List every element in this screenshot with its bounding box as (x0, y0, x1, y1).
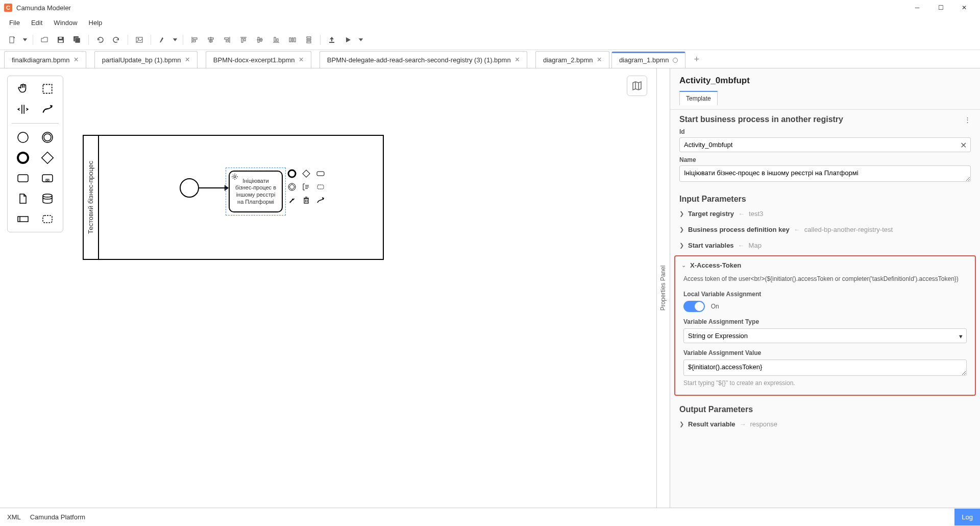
append-task-icon[interactable] (315, 169, 326, 179)
align-bottom-icon[interactable] (269, 33, 283, 47)
maximize-button[interactable]: ☐ (929, 0, 952, 15)
append-end-event-icon[interactable] (287, 169, 297, 179)
tab-1[interactable]: partialUpdate_bp (1).bpmn× (94, 51, 198, 68)
param-x-access-token[interactable]: ⌄ X-Access-Token (675, 257, 975, 273)
data-object-icon[interactable] (14, 190, 32, 207)
output-params-title: Output Parameters (679, 405, 971, 414)
distribute-h-icon[interactable] (285, 33, 300, 47)
align-left-icon[interactable] (187, 33, 202, 47)
id-input[interactable] (679, 137, 971, 152)
close-icon[interactable]: × (299, 56, 303, 64)
param-result-variable[interactable]: ❯ Result variable → response (670, 416, 980, 432)
minimize-button[interactable]: ─ (905, 0, 929, 15)
id-label: Id (679, 128, 971, 135)
tab-label: finalkdiagram.bpmn (12, 56, 69, 64)
pool-icon[interactable] (14, 210, 32, 228)
bpmn-start-event[interactable] (180, 178, 199, 198)
name-label: Name (679, 156, 971, 163)
gateway-icon[interactable] (39, 149, 56, 166)
close-button[interactable]: ✕ (952, 0, 976, 15)
delete-icon[interactable] (301, 195, 311, 205)
minimap-toggle[interactable] (627, 76, 647, 96)
connect-tool-icon[interactable] (39, 101, 56, 118)
append-gateway-icon[interactable] (301, 169, 311, 179)
tab-5[interactable]: diagram_1.bpmn (611, 52, 686, 68)
end-event-icon[interactable] (14, 149, 32, 166)
svg-rect-15 (225, 38, 229, 39)
var-type-select[interactable] (683, 328, 967, 343)
redo-icon[interactable] (109, 33, 124, 47)
new-file-icon[interactable] (5, 33, 19, 47)
param-bp-def-key[interactable]: ❯ Business process definition key ← call… (670, 222, 980, 237)
hand-tool-icon[interactable] (14, 80, 32, 98)
annotation-icon[interactable] (301, 182, 311, 192)
bpmn-sequence-flow[interactable] (199, 187, 227, 188)
menu-window[interactable]: Window (48, 17, 82, 29)
arrow-icon: ← (738, 242, 745, 249)
change-type-icon[interactable] (315, 182, 326, 192)
align-right-icon[interactable] (220, 33, 234, 47)
svg-rect-32 (329, 42, 334, 43)
tab-label: partialUpdate_bp (1).bpmn (102, 56, 181, 64)
dirty-indicator-icon (673, 58, 678, 63)
tab-4[interactable]: diagram_2.bpmn× (535, 51, 609, 68)
status-xml[interactable]: XML (7, 513, 21, 521)
subprocess-icon[interactable] (39, 170, 56, 187)
tab-0[interactable]: finalkdiagram.bpmn× (4, 51, 86, 68)
close-icon[interactable]: × (597, 56, 602, 64)
undo-icon[interactable] (93, 33, 107, 47)
menu-help[interactable]: Help (84, 17, 108, 29)
align-center-h-icon[interactable] (204, 33, 218, 47)
space-tool-icon[interactable] (14, 101, 32, 118)
menu-edit[interactable]: Edit (26, 17, 47, 29)
group-icon[interactable] (39, 210, 56, 228)
clear-icon[interactable]: ✕ (960, 140, 967, 150)
data-store-icon[interactable] (39, 190, 56, 207)
close-icon[interactable]: × (515, 56, 520, 64)
new-dropdown-icon[interactable] (21, 33, 29, 47)
play-dropdown-icon[interactable] (357, 33, 364, 47)
properties-panel-tab[interactable]: Properties Panel (657, 68, 670, 508)
add-tab-button[interactable]: + (688, 51, 705, 68)
svg-rect-18 (241, 38, 243, 42)
local-var-label: Local Variable Assignment (683, 291, 967, 298)
bpmn-pool[interactable]: Тестовий бізнес-процес Ініціювати бізнес… (83, 135, 384, 260)
align-center-v-icon[interactable] (253, 33, 267, 47)
name-input[interactable]: Ініціювати бізнес-процес в іншому реєстр… (679, 165, 971, 182)
append-intermediate-icon[interactable] (287, 182, 297, 192)
log-button[interactable]: Log (954, 509, 980, 525)
image-icon[interactable] (132, 33, 146, 47)
param-start-vars[interactable]: ❯ Start variables ← Map (670, 237, 980, 253)
close-icon[interactable]: × (185, 56, 189, 64)
status-platform[interactable]: Camunda Platform (30, 513, 85, 521)
wrench-icon[interactable] (287, 195, 297, 205)
menu-file[interactable]: File (4, 17, 25, 29)
color-dropdown-icon[interactable] (172, 33, 179, 47)
svg-point-39 (18, 153, 28, 163)
arrow-icon: ← (794, 226, 800, 233)
deploy-icon[interactable] (325, 33, 339, 47)
play-icon[interactable] (341, 33, 355, 47)
connect-icon[interactable] (315, 195, 326, 205)
tab-3[interactable]: BPMN-delegate-add-read-search-second-reg… (320, 51, 527, 68)
intermediate-event-icon[interactable] (39, 129, 56, 146)
open-icon[interactable] (37, 33, 52, 47)
kebab-menu-icon[interactable]: ⋮ (964, 116, 971, 124)
color-icon[interactable] (155, 33, 169, 47)
task-icon[interactable] (14, 170, 32, 187)
save-icon[interactable] (54, 33, 68, 47)
tab-template[interactable]: Template (679, 91, 718, 105)
save-all-icon[interactable] (70, 33, 84, 47)
lasso-tool-icon[interactable] (39, 80, 56, 98)
param-target-registry[interactable]: ❯ Target registry ← test3 (670, 206, 980, 222)
distribute-v-icon[interactable] (302, 33, 316, 47)
var-value-input[interactable]: ${initiator().accessToken} (683, 360, 967, 376)
local-var-toggle[interactable] (683, 301, 705, 312)
svg-rect-29 (307, 37, 311, 38)
close-icon[interactable]: × (74, 56, 78, 64)
arrow-icon: → (740, 420, 746, 428)
canvas[interactable]: Тестовий бізнес-процес Ініціювати бізнес… (0, 68, 656, 508)
align-top-icon[interactable] (236, 33, 251, 47)
start-event-icon[interactable] (14, 129, 32, 146)
tab-2[interactable]: BPMN-docx-excerpt1.bpmn× (206, 51, 311, 68)
